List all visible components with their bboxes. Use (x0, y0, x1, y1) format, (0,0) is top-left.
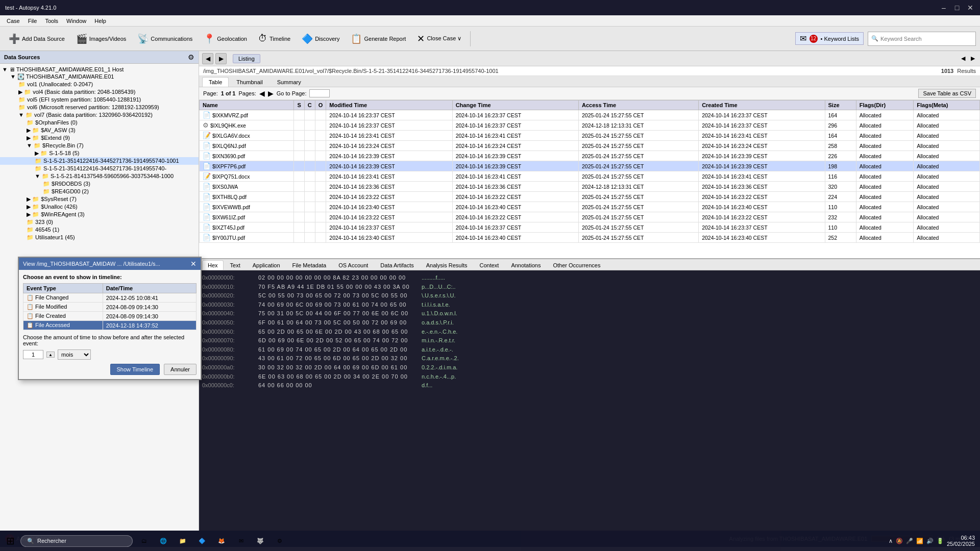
tab-hex[interactable]: Hex (202, 260, 224, 270)
menu-case[interactable]: Case (3, 18, 24, 24)
save-table-button[interactable]: Save Table as CSV (918, 89, 976, 98)
taskbar-settings-icon[interactable]: ⚙ (271, 532, 289, 550)
tree-avasw[interactable]: ▶ 📁 $AV_ASW (3) (0, 127, 199, 134)
table-row[interactable]: 📄 $IXZT45J.pdf 2024-10-14 16:23:37 CEST … (200, 222, 980, 233)
time-stepper-up[interactable]: ▲ (46, 352, 55, 358)
tree-s1521c[interactable]: ▼ 📁 S-1-5-21-814137548-59605966-30375344… (0, 172, 199, 180)
col-o[interactable]: O (315, 101, 326, 110)
tree-s1521a[interactable]: 📁 S-1-5-21-3514122416-3445271736-1914955… (0, 157, 199, 165)
table-row[interactable]: 📄 $IXPF7P6.pdf 2024-10-14 16:23:39 CEST … (200, 161, 980, 171)
back-button[interactable]: ◀ (202, 53, 213, 64)
menu-file[interactable]: File (24, 18, 41, 24)
tree-sysreset[interactable]: ▶ 📁 $SysReset (7) (0, 195, 199, 203)
event-table-row[interactable]: 📋 File Changed 2024-12-05 10:08:41 (23, 293, 197, 303)
communications-button[interactable]: 📡 Communications (133, 30, 197, 48)
table-row[interactable]: 📄 $IXVEWWB.pdf 2024-10-14 16:23:40 CEST … (200, 202, 980, 212)
geolocation-button[interactable]: 📍 Geolocation (199, 30, 252, 48)
settings-icon[interactable]: ⚙ (188, 53, 194, 61)
col-modified[interactable]: Modified Time (326, 101, 452, 110)
cancel-button[interactable]: Annuler (164, 364, 197, 375)
tab-context[interactable]: Context (474, 260, 504, 270)
tree-vol7[interactable]: ▼ 📁 vol7 (Basic data partition: 1320960-… (0, 111, 199, 119)
table-row[interactable]: 📄 $IXKMVRZ.pdf 2024-10-14 16:23:37 CEST … (200, 110, 980, 120)
discovery-button[interactable]: 🔷 Discovery (297, 30, 344, 48)
menu-window[interactable]: Window (62, 18, 90, 24)
tree-vol1[interactable]: 📁 vol1 (Unallocated: 0-2047) (0, 81, 199, 88)
taskbar-app-icon[interactable]: 🐺 (251, 532, 270, 550)
timeline-popup-close-button[interactable]: ✕ (190, 260, 197, 268)
table-row[interactable]: 📄 $IXW61IZ.pdf 2024-10-14 16:23:22 CEST … (200, 212, 980, 222)
tree-s1518[interactable]: ▶ 📁 S-1-5-18 (5) (0, 149, 199, 157)
goto-page-input[interactable] (309, 89, 330, 97)
tab-application[interactable]: Application (247, 260, 286, 270)
maximize-button[interactable]: □ (952, 3, 962, 12)
windows-search-bar[interactable]: 🔍 Rechercher (20, 535, 133, 547)
tree-utilisateur1[interactable]: 📁 Utilisateur1 (45) (0, 234, 199, 241)
start-button[interactable]: ⊞ (0, 531, 20, 551)
tab-summary[interactable]: Summary (271, 77, 308, 87)
table-row[interactable]: 📝 $IXLGA6V.docx 2024-10-14 16:23:41 CEST… (200, 131, 980, 141)
taskbar-discovery-icon[interactable]: 🔷 (193, 532, 211, 550)
col-flags-meta[interactable]: Flags(Meta) (914, 101, 980, 110)
minimize-button[interactable]: – (939, 3, 948, 12)
col-created[interactable]: Created Time (699, 101, 825, 110)
table-row[interactable]: ⚙ $IXL9QHK.exe 2024-10-14 16:23:37 CEST … (200, 120, 980, 131)
col-c[interactable]: C (304, 101, 315, 110)
tab-text[interactable]: Text (225, 260, 246, 270)
tree-extend[interactable]: ▶ 📁 $Extend (9) (0, 134, 199, 142)
table-row[interactable]: 📄 $IXN3690.pdf 2024-10-14 16:23:39 CEST … (200, 151, 980, 161)
add-data-source-button[interactable]: ➕ Add Data Source (4, 30, 69, 48)
tab-annotations[interactable]: Annotations (505, 260, 546, 270)
keyword-lists-button[interactable]: ✉ 12 • Keyword Lists (795, 32, 864, 45)
tree-winreagent[interactable]: ▶ 📁 $WinREAgent (3) (0, 211, 199, 218)
col-name[interactable]: Name (200, 101, 294, 110)
tree-e01[interactable]: ▼ 💽 THOSHIBASAT_AMIDAWARE.E01 (0, 73, 199, 81)
forward-button[interactable]: ▶ (215, 53, 227, 64)
arrow-left-icon[interactable]: ◀ (959, 54, 967, 62)
next-page-btn[interactable]: ▶ (268, 89, 274, 97)
tree-re4gd00[interactable]: 📁 $RE4GD00 (2) (0, 188, 199, 195)
tree-unalloc[interactable]: ▶ 📁 $Unalloc (426) (0, 203, 199, 211)
taskbar-firefox-icon[interactable]: 🦊 (212, 532, 231, 550)
tree-recycle[interactable]: ▼ 📁 $Recycle.Bin (7) (0, 142, 199, 149)
col-flags-dir[interactable]: Flags(Dir) (856, 101, 914, 110)
close-button[interactable]: ✕ (966, 3, 975, 12)
tab-other-occurrences[interactable]: Other Occurrences (547, 260, 606, 270)
col-size[interactable]: Size (825, 101, 856, 110)
taskbar-files-icon[interactable]: 🗂 (135, 532, 153, 550)
show-timeline-button[interactable]: Show Timeline (110, 364, 160, 375)
taskbar-mail-icon[interactable]: ✉ (232, 532, 250, 550)
prev-page-btn[interactable]: ◀ (259, 89, 265, 97)
tree-r9dobds[interactable]: 📁 $R9DOBDS (3) (0, 180, 199, 188)
timeline-button[interactable]: ⏱ Timeline (254, 30, 295, 48)
tree-46545[interactable]: 📁 46545 (1) (0, 226, 199, 234)
tab-analysis-results[interactable]: Analysis Results (421, 260, 473, 270)
col-access[interactable]: Access Time (579, 101, 699, 110)
time-unit-select[interactable]: mois jours heures minutes (58, 349, 91, 360)
systray-chevron[interactable]: ∧ (889, 538, 893, 544)
close-case-button[interactable]: ✕ Close Case ∨ (412, 30, 466, 48)
tab-file-metadata[interactable]: File Metadata (287, 260, 332, 270)
table-row[interactable]: 📄 $IXTH8LQ.pdf 2024-10-14 16:23:22 CEST … (200, 192, 980, 202)
tree-vol6[interactable]: 📁 vol6 (Microsoft reserved partition: 12… (0, 104, 199, 111)
col-s[interactable]: S (294, 101, 304, 110)
table-row[interactable]: 📄 $IY00JTU.pdf 2024-10-14 16:23:40 CEST … (200, 233, 980, 243)
event-table-row[interactable]: 📋 File Created 2024-08-09 09:14:30 (23, 312, 197, 321)
taskbar-folder-icon[interactable]: 📁 (174, 532, 192, 550)
arrow-right-icon[interactable]: ▶ (969, 54, 977, 62)
taskbar-browser-icon[interactable]: 🌐 (154, 532, 173, 550)
tree-vol4[interactable]: ▶ 📁 vol4 (Basic data partition: 2048-108… (0, 88, 199, 96)
event-table-row[interactable]: 📋 File Modified 2024-08-09 09:14:30 (23, 303, 197, 312)
tree-323[interactable]: 📁 323 (0) (0, 218, 199, 226)
tab-data-artifacts[interactable]: Data Artifacts (375, 260, 419, 270)
menu-help[interactable]: Help (90, 18, 110, 24)
tab-thumbnail[interactable]: Thumbnail (230, 77, 269, 87)
tree-s1521b[interactable]: 📁 S-1-5-21-3514122416-3445271736-1914955… (0, 165, 199, 172)
tree-root[interactable]: ▼ 🖥 THOSHIBASAT_AMIDAWARE.E01_1 Host (0, 66, 199, 73)
event-table-row[interactable]: 📋 File Accessed 2024-12-18 14:37:52 (23, 321, 197, 330)
images-videos-button[interactable]: 🎬 Images/Videos (71, 30, 131, 48)
menu-tools[interactable]: Tools (41, 18, 62, 24)
tab-os-account[interactable]: OS Account (333, 260, 374, 270)
listing-tab-btn[interactable]: Listing (233, 54, 260, 63)
table-row[interactable]: 📝 $IXPQ751.docx 2024-10-14 16:23:41 CEST… (200, 171, 980, 182)
